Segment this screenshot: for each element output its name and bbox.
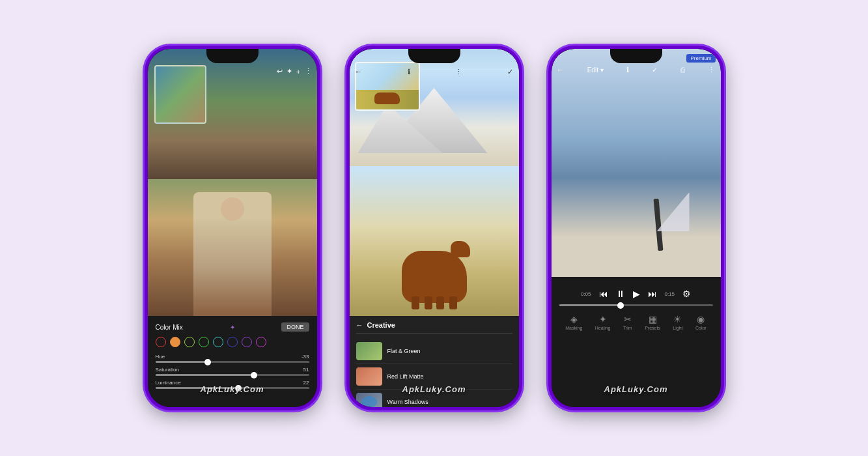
preset-thumb-red-lift <box>356 367 382 386</box>
phone2-more-icon[interactable]: ⋮ <box>455 68 462 76</box>
preset-item-flat-green[interactable]: Flat & Green <box>356 339 512 364</box>
tab-color[interactable]: ◉ Color <box>695 314 707 330</box>
healing-icon: ✦ <box>599 314 607 324</box>
phone3-edit-label[interactable]: Edit ▾ <box>587 66 604 74</box>
light-icon: ☀ <box>673 314 682 324</box>
phone3-check-icon[interactable]: ✓ <box>652 66 658 74</box>
color-circle-red[interactable] <box>156 337 166 347</box>
video-time-start: 0:05 <box>581 291 591 297</box>
phone1-toolbar-icon1[interactable]: ↩ <box>277 67 283 76</box>
phone3-wrapper: Premium ← Edit ▾ ℹ ✓ ⎙ ⋮ <box>548 46 724 410</box>
phone3-notch <box>610 49 662 63</box>
tab-trim[interactable]: ✂ Trim <box>623 314 632 330</box>
video-time-end: 0:15 <box>665 291 675 297</box>
tab-masking[interactable]: ◈ Masking <box>565 314 582 330</box>
color-circle-yellow-green[interactable] <box>184 337 195 347</box>
premium-badge: Premium <box>686 54 715 63</box>
presets-label: Presets <box>645 326 660 330</box>
video-bottom-tabs: ◈ Masking ✦ Healing ✂ Trim ▦ Presets <box>559 314 713 330</box>
color-icon: ◉ <box>697 314 705 324</box>
preset-name-warm-shadows: Warm Shadows <box>387 399 428 405</box>
phone1-person-head <box>221 197 244 221</box>
phone2-notch <box>408 49 460 63</box>
phone1-toolbar: ↩ ✦ + ⋮ <box>277 67 311 76</box>
tab-healing[interactable]: ✦ Healing <box>595 314 611 330</box>
phone1-watermark: ApkLuky.Com <box>148 384 317 394</box>
video-progress-slider[interactable] <box>559 304 713 306</box>
phone3-video-area <box>552 49 721 277</box>
phone3-share-icon[interactable]: ⎙ <box>680 66 685 74</box>
phone1-toolbar-icon2[interactable]: ✦ <box>287 67 292 76</box>
pause-button[interactable]: ⏸ <box>616 289 625 299</box>
video-settings-button[interactable]: ⚙ <box>682 289 691 299</box>
saturation-label: Saturation <box>156 367 179 373</box>
hue-slider-row: Hue -33 <box>156 354 309 363</box>
phone1-toolbar-icon3[interactable]: + <box>296 68 300 76</box>
tab-presets[interactable]: ▦ Presets <box>645 314 660 330</box>
saturation-value: 51 <box>303 367 309 373</box>
preset-thumb-warm-shadows <box>356 393 382 407</box>
color-circles-row <box>156 337 309 347</box>
phone1-person-figure <box>193 192 272 316</box>
saturation-slider-track[interactable] <box>156 374 309 376</box>
phone1-notch <box>206 49 259 63</box>
preset-name-flat-green: Flat & Green <box>387 348 421 354</box>
color-circle-purple[interactable] <box>242 337 252 347</box>
phone2-wrapper: ← ℹ ⋮ ✓ ← Creativ <box>346 46 522 410</box>
tab-light[interactable]: ☀ Light <box>673 314 682 330</box>
phone2-toolbar: ← ℹ ⋮ ✓ <box>355 67 514 76</box>
preset-name-red-lift: Red Lift Matte <box>387 373 424 380</box>
play-button[interactable]: ▶ <box>633 289 640 299</box>
phone3: Premium ← Edit ▾ ℹ ✓ ⎙ ⋮ <box>548 46 724 410</box>
trim-icon: ✂ <box>624 314 632 324</box>
color-circle-green[interactable] <box>199 337 209 347</box>
phone2-watermark: ApkLuky.Com <box>350 384 519 394</box>
phone2-horse-figure <box>402 251 467 303</box>
phone2-check-icon[interactable]: ✓ <box>507 68 513 76</box>
video-progress-thumb[interactable] <box>617 302 624 309</box>
phone2-screen: ← ℹ ⋮ ✓ ← Creativ <box>350 49 519 407</box>
windsurfer-background <box>552 78 721 277</box>
presets-icon: ▦ <box>649 314 657 324</box>
trim-label: Trim <box>623 326 632 330</box>
color-circle-orange[interactable] <box>170 337 180 347</box>
color-label: Color <box>695 326 707 330</box>
phone1-overlay-thumbnail <box>154 65 206 124</box>
color-mix-center-icon: ✦ <box>230 324 235 331</box>
phone1-screen: ↩ ✦ + ⋮ Color Mix ✦ DONE <box>148 49 317 407</box>
phone1-main-image <box>148 179 317 316</box>
healing-label: Healing <box>595 326 611 330</box>
creative-back-button[interactable]: ← <box>356 321 363 329</box>
hue-value: -33 <box>301 354 309 360</box>
phone3-watermark: ApkLuky.Com <box>552 384 721 394</box>
phone3-info-icon[interactable]: ℹ <box>626 66 629 74</box>
phone3-back-button[interactable]: ← <box>557 65 565 74</box>
phone3-screen: Premium ← Edit ▾ ℹ ✓ ⎙ ⋮ <box>552 49 721 407</box>
masking-icon: ◈ <box>570 314 578 324</box>
light-label: Light <box>673 326 682 330</box>
creative-back-header: ← Creative <box>356 321 512 334</box>
phone2-top-area: ← ℹ ⋮ ✓ <box>350 49 519 166</box>
phone2-back-icon[interactable]: ← <box>355 67 363 76</box>
color-mix-header: Color Mix ✦ DONE <box>156 322 309 332</box>
video-progress-fill <box>559 304 621 306</box>
phone3-more-icon[interactable]: ⋮ <box>708 66 715 74</box>
phone2-info-icon[interactable]: ℹ <box>408 68 410 76</box>
phone2: ← ℹ ⋮ ✓ ← Creativ <box>346 46 522 410</box>
masking-label: Masking <box>565 326 582 330</box>
preset-thumb-flat-green <box>356 342 382 360</box>
color-mix-label: Color Mix <box>156 324 183 331</box>
step-forward-button[interactable]: ⏭ <box>648 289 657 299</box>
color-mix-done-button[interactable]: DONE <box>281 322 309 332</box>
saturation-slider-row: Saturation 51 <box>156 367 309 376</box>
phone2-main-image <box>350 166 519 316</box>
hue-slider-track[interactable] <box>156 361 309 363</box>
phone1-top-image: ↩ ✦ + ⋮ <box>148 49 317 179</box>
hue-label: Hue <box>156 354 165 360</box>
color-circle-magenta[interactable] <box>256 337 266 347</box>
video-playback-controls: 0:05 ⏮ ⏸ ▶ ⏭ 0:15 ⚙ <box>559 289 713 299</box>
phone1-toolbar-icon4[interactable]: ⋮ <box>305 67 312 76</box>
color-circle-teal[interactable] <box>213 337 223 347</box>
color-circle-blue[interactable] <box>227 337 238 347</box>
rewind-button[interactable]: ⏮ <box>599 289 608 299</box>
